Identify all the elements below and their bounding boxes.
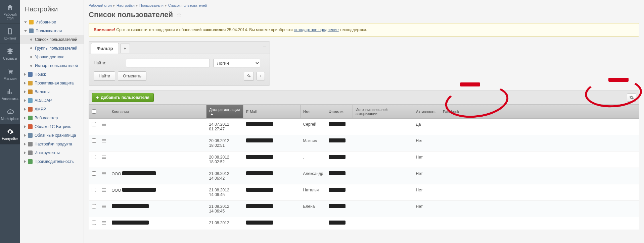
- col-company[interactable]: Компания: [109, 105, 206, 119]
- cell-authsrc: [353, 201, 413, 217]
- nav-desktop[interactable]: Рабочий стол: [0, 0, 20, 24]
- filter-field-select[interactable]: Логин: [213, 59, 260, 67]
- row-menu-icon[interactable]: [102, 188, 106, 192]
- sidebar-item[interactable]: Список пользователей: [20, 35, 84, 44]
- breadcrumb-link[interactable]: Рабочий стол: [89, 3, 112, 7]
- table-row: ООО 21.08.201214:06:45НатальяНет: [89, 184, 639, 201]
- sidebar-item-label: Избранное: [36, 20, 56, 24]
- breadcrumb-link[interactable]: Настройки: [117, 3, 135, 7]
- row-menu-icon[interactable]: [102, 155, 106, 160]
- row-checkbox[interactable]: [92, 138, 96, 143]
- xmpp-icon: [28, 107, 33, 112]
- sidebar-item[interactable]: Валюты: [20, 87, 84, 96]
- col-authsrc[interactable]: Источник внешней авторизации: [353, 105, 413, 119]
- nav-settings[interactable]: Настройки: [0, 124, 20, 144]
- cell-email: [243, 168, 301, 184]
- col-name[interactable]: Имя: [301, 105, 326, 119]
- sidebar-item[interactable]: Веб-кластер: [20, 114, 84, 122]
- breadcrumb-link[interactable]: Список пользователей: [168, 3, 207, 7]
- row-checkbox[interactable]: [92, 171, 96, 176]
- filter-search-input[interactable]: [126, 59, 210, 67]
- add-user-button[interactable]: + Добавить пользователя: [92, 93, 154, 102]
- row-checkbox[interactable]: [92, 122, 96, 126]
- filter-plus-button[interactable]: +: [257, 72, 265, 80]
- row-menu-icon[interactable]: [102, 221, 106, 225]
- sidebar-item[interactable]: Инструменты: [20, 148, 84, 157]
- sidebar-item-label: AD/LDAP: [35, 98, 52, 103]
- sidebar-item[interactable]: Избранное: [20, 18, 84, 26]
- caret-down-icon: [24, 30, 27, 32]
- col-checkbox[interactable]: [89, 105, 99, 119]
- sidebar-item[interactable]: Облачные хранилища: [20, 131, 84, 140]
- breadcrumb-link[interactable]: Пользователи: [139, 3, 164, 7]
- sidebar-item[interactable]: Пользователи: [20, 26, 84, 35]
- nav-services[interactable]: Сервисы: [0, 44, 20, 64]
- sidebar-item[interactable]: AD/LDAP: [20, 96, 84, 105]
- row-checkbox[interactable]: [92, 155, 96, 159]
- nav-content[interactable]: Контент: [0, 24, 20, 44]
- row-menu-icon[interactable]: [102, 204, 106, 209]
- page-title: Список пользователей: [89, 10, 173, 19]
- sidebar-item[interactable]: Настройки продукта: [20, 140, 84, 148]
- cell-regdate: 24.07.201201:27:47: [206, 119, 243, 135]
- cell-activity: Нет: [413, 201, 440, 217]
- sidebar-item-label: Проактивная защита: [35, 81, 74, 85]
- gear-icon: [629, 95, 634, 100]
- nav-label: Сервисы: [3, 57, 17, 60]
- row-checkbox[interactable]: [92, 221, 96, 225]
- nav-analytics[interactable]: Аналитика: [0, 84, 20, 104]
- filter-gear-button[interactable]: [244, 72, 254, 81]
- sidebar-item-label: XMPP: [35, 107, 46, 112]
- col-activity[interactable]: Активность: [413, 105, 440, 119]
- sidebar-item[interactable]: Поиск: [20, 70, 84, 79]
- annotation-circle-authsrc: [460, 82, 480, 86]
- col-facebook[interactable]: Facebook: [440, 105, 639, 119]
- row-menu-icon[interactable]: [102, 122, 106, 127]
- cell-facebook: [440, 184, 639, 201]
- sidebar-item[interactable]: Группы пользователей: [20, 44, 84, 53]
- stack-icon: [6, 47, 14, 55]
- sidebar-item[interactable]: Проактивная защита: [20, 79, 84, 87]
- sidebar-item[interactable]: Производительность: [20, 157, 84, 166]
- sidebar-item[interactable]: Уровни доступа: [20, 53, 84, 61]
- sidebar-item[interactable]: Облако 1С-Битрикс: [20, 122, 84, 131]
- sidebar-item[interactable]: XMPP: [20, 105, 84, 114]
- bullet-icon: [30, 65, 32, 67]
- caret-right-icon: [24, 99, 26, 102]
- nav-marketplace[interactable]: Marketplace: [0, 104, 20, 124]
- alert-link[interactable]: стандартное продление: [294, 27, 339, 32]
- row-menu-icon[interactable]: [102, 138, 106, 143]
- sidebar-item-label: Уровни доступа: [35, 55, 64, 59]
- filter-cancel-button[interactable]: Отменить: [118, 71, 146, 81]
- nav-label: Настройки: [2, 137, 18, 141]
- caret-right-icon: [24, 108, 26, 111]
- cell-regdate: 21.08.201214:06:45: [206, 201, 243, 217]
- cell-surname: [326, 201, 353, 217]
- col-email[interactable]: E-Mail: [243, 105, 301, 119]
- cluster-icon: [28, 116, 33, 120]
- cell-name: .: [301, 151, 326, 168]
- col-surname[interactable]: Фамилия: [326, 105, 353, 119]
- caret-right-icon: [24, 160, 26, 163]
- cell-regdate: 20.08.201218:02:52: [206, 151, 243, 168]
- alert-warning-label: Внимание!: [94, 27, 115, 32]
- filter-tab[interactable]: Фильтр: [91, 43, 119, 54]
- star-icon: [29, 20, 34, 24]
- sidebar-item[interactable]: Импорт пользователей: [20, 61, 84, 70]
- row-checkbox[interactable]: [92, 188, 96, 192]
- col-regdate[interactable]: Дата регистрации: [206, 105, 243, 119]
- filter-add-tab-button[interactable]: +: [120, 44, 130, 53]
- sidebar-item-label: Веб-кластер: [35, 116, 58, 120]
- cell-authsrc: [353, 217, 413, 230]
- plus-icon: +: [96, 95, 99, 100]
- row-checkbox[interactable]: [92, 204, 96, 208]
- row-menu-icon[interactable]: [102, 171, 106, 176]
- caret-right-icon: [24, 125, 26, 128]
- filter-find-button[interactable]: Найти: [94, 71, 115, 81]
- gear-icon: [6, 128, 14, 136]
- filter-collapse-icon[interactable]: −: [263, 44, 266, 51]
- nav-store[interactable]: Магазин: [0, 64, 20, 84]
- select-all-checkbox[interactable]: [92, 109, 96, 114]
- favorite-star-icon[interactable]: ☆: [176, 11, 182, 18]
- grid-settings-button[interactable]: [627, 94, 636, 102]
